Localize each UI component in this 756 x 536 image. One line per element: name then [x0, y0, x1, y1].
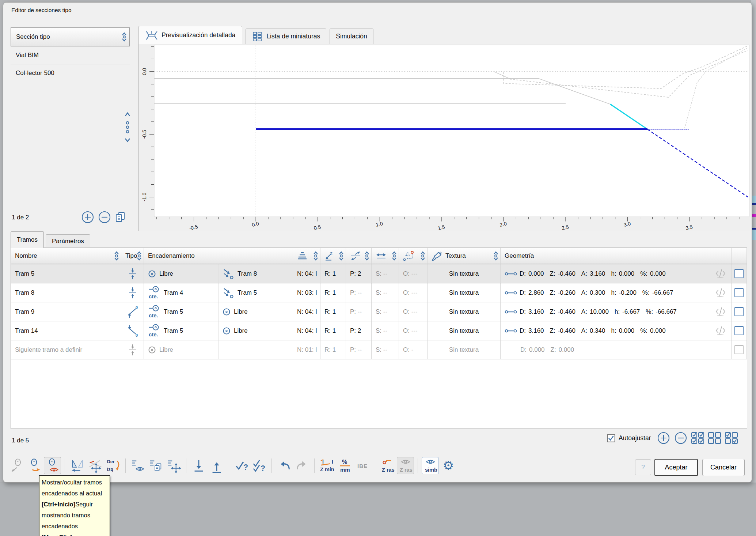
- code-slash-icon[interactable]: [715, 306, 726, 318]
- cte-icon: cte.: [148, 304, 160, 320]
- geom-value: 0.000: [529, 346, 545, 353]
- table-empty-area: [11, 359, 747, 429]
- slope-arrows-icon: [350, 251, 361, 261]
- move-list-button[interactable]: [165, 457, 182, 474]
- remove-section-button[interactable]: [98, 210, 111, 224]
- row-checkbox[interactable]: [734, 307, 744, 316]
- section-list-item[interactable]: Vial BIM: [11, 46, 130, 64]
- insert-above-button[interactable]: [208, 457, 225, 474]
- cell-value: P: --: [346, 302, 372, 321]
- check-all-button[interactable]: ?: [251, 457, 268, 474]
- move-free-button[interactable]: [87, 457, 104, 474]
- show-symbols-button[interactable]: simb: [422, 457, 439, 474]
- swap-der-izq-icon: DerIzq: [106, 458, 121, 473]
- sort-spinner-icon[interactable]: [137, 251, 142, 261]
- add-section-button[interactable]: [81, 210, 95, 224]
- sort-spinner-icon[interactable]: [339, 251, 344, 261]
- chain-link-icon: [505, 309, 517, 315]
- cte-icon: cte.: [148, 323, 160, 339]
- cancel-button[interactable]: Cancelar: [702, 459, 745, 476]
- row-checkbox[interactable]: [734, 288, 744, 297]
- table-row[interactable]: Tram 90cte.Tram 5LibreN: 04: IR: 1P: --S…: [11, 302, 747, 321]
- select-invert-button[interactable]: [725, 432, 738, 445]
- preview-panel[interactable]: -0.50.00.51.01.52.02.53.03.50.0-0.5-1.0: [138, 44, 750, 231]
- chain-link-icon: [505, 328, 517, 334]
- sort-spinner-icon[interactable]: [364, 251, 369, 261]
- cell-value: S: --: [372, 302, 399, 321]
- svg-text:-0.5: -0.5: [141, 130, 147, 139]
- cell-encadenamiento: cte.Tram 5Libre: [144, 321, 293, 340]
- column-header-nombre[interactable]: Nombre: [11, 248, 121, 264]
- table-row[interactable]: Siguiente tramo a definirLibreN: 01: IR:…: [11, 340, 747, 359]
- code-slash-icon[interactable]: [715, 268, 726, 280]
- sort-spinner-icon[interactable]: [493, 251, 498, 261]
- next-section-icon: [27, 458, 42, 473]
- tab-previsualizaci-n-detallada[interactable]: Previsualización detallada: [138, 26, 242, 44]
- z-rasante-button[interactable]: Z ras: [379, 457, 396, 474]
- geom-value: -66.667: [652, 289, 673, 296]
- column-header-check[interactable]: [732, 248, 747, 264]
- cell-tipo: 0: [121, 302, 144, 321]
- copy-section-button[interactable]: [114, 211, 126, 223]
- sort-spinner-icon[interactable]: [420, 251, 425, 261]
- copy-list-button[interactable]: [147, 457, 164, 474]
- geom-key: A:: [581, 308, 587, 315]
- table-row[interactable]: Tram 5LibreTram 8N: 04: IR: 1P: 2S: --O:…: [11, 264, 747, 283]
- column-header-textura[interactable]: Textura: [428, 248, 501, 264]
- sort-spinner-icon[interactable]: [392, 251, 397, 261]
- next-section-button[interactable]: [26, 457, 43, 474]
- enc-label: Tram 5: [164, 327, 183, 335]
- section-chart[interactable]: -0.50.00.51.01.52.02.53.03.50.0-0.5-1.0: [139, 44, 750, 231]
- show-list-button[interactable]: [129, 457, 147, 474]
- column-header-s[interactable]: [372, 248, 399, 264]
- row-checkbox[interactable]: [734, 269, 744, 278]
- tab-tramos[interactable]: Tramos: [11, 231, 44, 248]
- code-slash-icon[interactable]: [715, 287, 726, 299]
- section-list-header[interactable]: Sección tipo: [11, 27, 130, 46]
- swap-right-left-button[interactable]: DerIzq: [105, 457, 122, 474]
- insert-below-button[interactable]: [190, 457, 207, 474]
- column-header-geometria[interactable]: Geometría: [501, 248, 732, 264]
- percent-mm-button[interactable]: %mm: [336, 457, 353, 474]
- tab-simulaci-n[interactable]: Simulación: [330, 29, 373, 44]
- column-header-r[interactable]: Z: [320, 248, 346, 264]
- geom-key: %:: [642, 289, 650, 296]
- table-row[interactable]: Tram 140cte.Tram 5LibreN: 04: IR: 1P: 2S…: [11, 321, 747, 340]
- column-header-o[interactable]: [399, 248, 428, 264]
- mirror-section-button[interactable]: [69, 457, 86, 474]
- row-checkbox[interactable]: [734, 326, 744, 335]
- accept-button[interactable]: Aceptar: [654, 459, 698, 476]
- section-list-item[interactable]: Col·lector 500: [11, 64, 130, 82]
- show-linked-trams-button[interactable]: [44, 457, 61, 474]
- show-z-rasante-button[interactable]: Z ras: [397, 457, 414, 474]
- vertical-spinner[interactable]: [124, 112, 131, 143]
- geom-value: 0.000: [559, 346, 574, 353]
- tab-lista-de-miniaturas[interactable]: Lista de miniaturas: [246, 29, 326, 44]
- column-header-p[interactable]: [346, 248, 372, 264]
- select-all-button[interactable]: [691, 432, 704, 445]
- zoom-in-button[interactable]: [657, 431, 670, 445]
- row-checkbox[interactable]: [734, 345, 744, 354]
- code-slash-icon[interactable]: [715, 325, 726, 337]
- column-header-n[interactable]: [293, 248, 320, 264]
- cell-value: O: ---: [399, 302, 428, 321]
- sort-spinner-icon[interactable]: [122, 32, 127, 42]
- column-header-enc[interactable]: Encadenamiento: [144, 248, 293, 264]
- enc-label: Tram 5: [238, 289, 257, 297]
- autofit-checkbox[interactable]: [607, 434, 615, 442]
- sort-spinner-icon[interactable]: [114, 251, 119, 261]
- help-button[interactable]: ?: [635, 459, 651, 475]
- zoom-out-button[interactable]: [674, 431, 688, 445]
- sort-spinner-icon[interactable]: [313, 251, 318, 261]
- geom-key: Z:: [550, 289, 555, 296]
- check-current-button[interactable]: ?: [233, 457, 250, 474]
- column-header-tipo[interactable]: Tipo: [121, 248, 144, 264]
- table-row[interactable]: Tram 8cte.Tram 4Tram 5N: 03: IR: 1P: --S…: [11, 283, 747, 302]
- geom-value: 3.160: [528, 308, 544, 315]
- settings-button[interactable]: ⚙: [440, 457, 457, 474]
- tab-parámetros[interactable]: Parámetros: [46, 234, 90, 248]
- geom-value: -0.460: [558, 270, 575, 277]
- z-min-button[interactable]: I IZ mín: [318, 457, 335, 474]
- undo-button[interactable]: [276, 457, 293, 474]
- select-none-button[interactable]: [708, 432, 721, 445]
